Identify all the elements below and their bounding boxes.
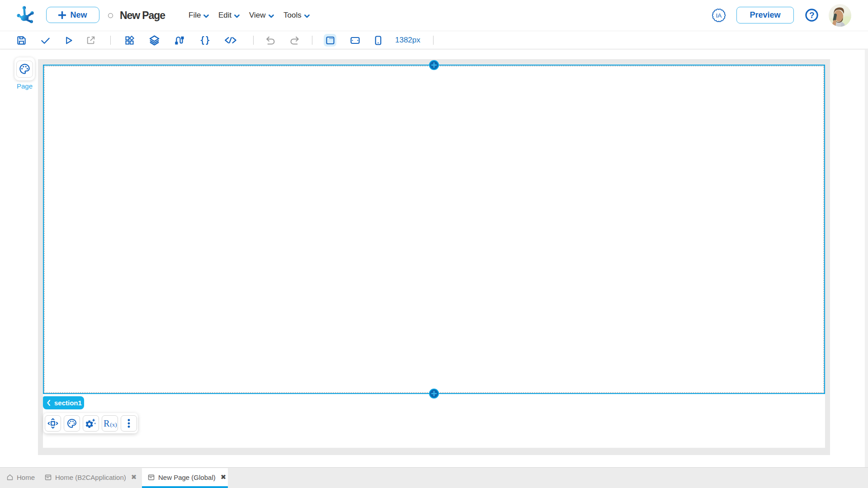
svg-text:IA: IA xyxy=(716,12,722,19)
svg-text:?: ? xyxy=(809,10,815,20)
svg-text:R: R xyxy=(104,418,110,428)
svg-text:(x): (x) xyxy=(110,421,117,427)
